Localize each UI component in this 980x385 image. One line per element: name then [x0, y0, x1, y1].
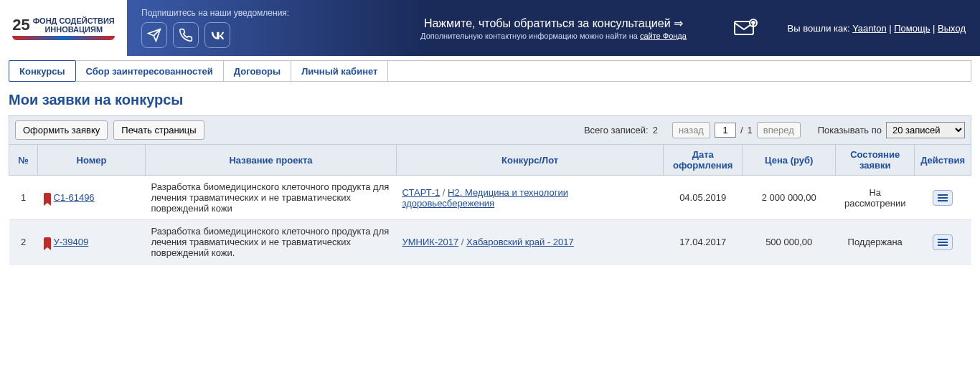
user-info: Вы вошли как: Yaanton | Помощь | Выход	[788, 23, 966, 34]
mail-icon[interactable]: ?	[733, 19, 758, 37]
page-size-select[interactable]: 20 записей	[886, 122, 965, 138]
notif-label: Подпишитесь на наши уведомления:	[141, 8, 289, 18]
number-link[interactable]: У-39409	[54, 237, 89, 247]
ribbon-icon	[44, 193, 51, 203]
row-actions-button[interactable]	[933, 190, 953, 206]
col-title[interactable]: Название проекта	[146, 145, 397, 176]
tab-interests[interactable]: Сбор заинтересованностей	[76, 61, 224, 81]
total-label: Всего записей:	[584, 125, 649, 136]
logout-link[interactable]: Выход	[938, 23, 966, 34]
vk-icon[interactable]	[204, 22, 230, 48]
apply-button[interactable]: Оформить заявку	[15, 120, 108, 140]
site-link[interactable]: сайте Фонда	[640, 32, 687, 40]
svg-text:?: ?	[752, 20, 755, 27]
cell-date: 04.05.2019	[664, 176, 743, 220]
cell-title: Разработка биомедицинского клеточного пр…	[146, 176, 397, 220]
forward-button[interactable]: вперед	[757, 122, 801, 138]
cell-status: Поддержана	[836, 220, 915, 265]
logo-line1: ФОНД СОДЕЙСТВИЯ	[33, 16, 115, 25]
logo-arc	[12, 36, 115, 40]
header: 25 ФОНД СОДЕЙСТВИЯ ИННОВАЦИЯМ Подпишитес…	[0, 0, 980, 56]
cell-price: 500 000,00	[743, 220, 836, 265]
ribbon-icon	[44, 237, 51, 247]
col-actions[interactable]: Действия	[915, 145, 971, 176]
logo[interactable]: 25 ФОНД СОДЕЙСТВИЯ ИННОВАЦИЯМ	[0, 0, 127, 56]
col-idx[interactable]: №	[9, 145, 38, 176]
pager: Всего записей: 2 назад / 1 вперед Показы…	[584, 122, 965, 138]
cell-idx: 2	[9, 220, 38, 265]
help-link[interactable]: Помощь	[894, 23, 930, 34]
cell-contest: УМНИК-2017 / Хабаровский край - 2017	[397, 220, 664, 265]
table-row: 1 С1-61496 Разработка биомедицинского кл…	[9, 176, 971, 220]
viber-icon[interactable]	[173, 22, 199, 48]
consult-link[interactable]: Нажмите, чтобы обратиться за консультаци…	[420, 16, 687, 30]
tab-cabinet[interactable]: Личный кабинет	[291, 61, 388, 81]
consult-sub: Дополнительную контактную информацию мож…	[420, 32, 687, 40]
menu-icon	[938, 194, 948, 201]
menu-icon	[938, 239, 948, 246]
row-actions-button[interactable]	[933, 234, 953, 250]
logo-line2: ИННОВАЦИЯМ	[33, 25, 115, 34]
page-title: Мои заявки на конкурсы	[9, 92, 971, 108]
col-contest[interactable]: Конкурс/Лот	[397, 145, 664, 176]
tab-competitions[interactable]: Конкурсы	[9, 60, 76, 82]
col-date[interactable]: Дата оформления	[664, 145, 743, 176]
toolbar: Оформить заявку Печать страницы Всего за…	[9, 115, 971, 145]
show-label: Показывать по	[818, 125, 882, 136]
applications-table: № Номер Название проекта Конкурс/Лот Дат…	[9, 145, 971, 265]
pages-total: 1	[748, 125, 753, 136]
cell-date: 17.04.2017	[664, 220, 743, 265]
tabbar: Конкурсы Сбор заинтересованностей Догово…	[9, 60, 971, 82]
header-main: Подпишитесь на наши уведомления: Нажмите…	[127, 0, 980, 56]
cell-status: На рассмотрении	[836, 176, 915, 220]
telegram-icon[interactable]	[141, 22, 167, 48]
tab-contracts[interactable]: Договоры	[224, 61, 291, 81]
contest-link-b[interactable]: Хабаровский край - 2017	[466, 237, 574, 247]
total-value: 2	[653, 125, 658, 136]
cell-title: Разработка биомедицинского клеточного пр…	[146, 220, 397, 265]
cell-number: У-39409	[38, 220, 146, 265]
print-button[interactable]: Печать страницы	[113, 120, 204, 140]
col-price[interactable]: Цена (руб)	[743, 145, 836, 176]
contest-link-a[interactable]: УМНИК-2017	[402, 237, 459, 247]
user-link[interactable]: Yaanton	[852, 23, 886, 34]
col-number[interactable]: Номер	[38, 145, 146, 176]
back-button[interactable]: назад	[672, 122, 710, 138]
page-input[interactable]	[715, 123, 736, 138]
cell-number: С1-61496	[38, 176, 146, 220]
col-status[interactable]: Состояние заявки	[836, 145, 915, 176]
logo-number: 25	[12, 16, 29, 34]
table-row: 2 У-39409 Разработка биомедицинского кле…	[9, 220, 971, 265]
contest-link-a[interactable]: СТАРТ-1	[402, 187, 440, 198]
cell-contest: СТАРТ-1 / Н2. Медицина и технологии здор…	[397, 176, 664, 220]
cell-idx: 1	[9, 176, 38, 220]
number-link[interactable]: С1-61496	[54, 192, 95, 203]
cell-price: 2 000 000,00	[743, 176, 836, 220]
